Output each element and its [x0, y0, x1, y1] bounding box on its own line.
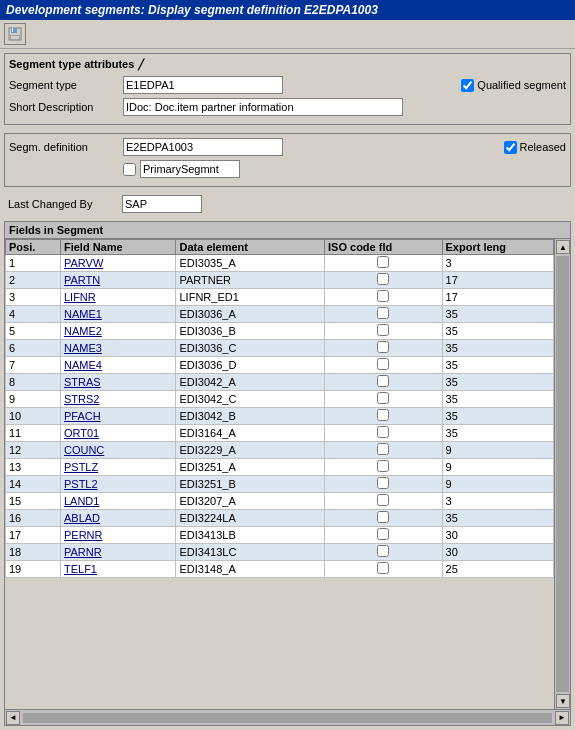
scroll-down-button[interactable]: ▼	[556, 694, 570, 708]
iso-checkbox[interactable]	[377, 341, 389, 353]
iso-checkbox[interactable]	[377, 477, 389, 489]
cell-iso	[325, 357, 443, 374]
iso-checkbox[interactable]	[377, 375, 389, 387]
table-row: 6NAME3EDI3036_C35	[6, 340, 554, 357]
table-row: 1PARVWEDI3035_A3	[6, 255, 554, 272]
cell-iso	[325, 544, 443, 561]
cell-export: 9	[442, 459, 553, 476]
short-desc-label: Short Description	[9, 101, 119, 113]
cell-data-element: EDI3413LB	[176, 527, 325, 544]
scroll-up-button[interactable]: ▲	[556, 240, 570, 254]
cell-data-element: LIFNR_ED1	[176, 289, 325, 306]
primary-segmnt-checkbox[interactable]	[123, 163, 136, 176]
cell-field-name[interactable]: TELF1	[60, 561, 176, 578]
iso-checkbox[interactable]	[377, 324, 389, 336]
cell-field-name[interactable]: ABLAD	[60, 510, 176, 527]
iso-checkbox[interactable]	[377, 443, 389, 455]
save-button[interactable]	[4, 23, 26, 45]
cell-iso	[325, 425, 443, 442]
cell-iso	[325, 561, 443, 578]
cell-data-element: PARTNER	[176, 272, 325, 289]
cell-pos: 5	[6, 323, 61, 340]
cell-field-name[interactable]: PARNR	[60, 544, 176, 561]
scroll-left-button[interactable]: ◄	[6, 711, 20, 725]
table-row: 4NAME1EDI3036_A35	[6, 306, 554, 323]
cell-data-element: EDI3042_B	[176, 408, 325, 425]
short-desc-input[interactable]	[123, 98, 403, 116]
iso-checkbox[interactable]	[377, 273, 389, 285]
cell-field-name[interactable]: PARVW	[60, 255, 176, 272]
cell-iso	[325, 408, 443, 425]
qualified-segment-checkbox[interactable]	[461, 79, 474, 92]
cell-field-name[interactable]: STRAS	[60, 374, 176, 391]
table-row: 7NAME4EDI3036_D35	[6, 357, 554, 374]
iso-checkbox[interactable]	[377, 290, 389, 302]
cell-iso	[325, 289, 443, 306]
iso-checkbox[interactable]	[377, 426, 389, 438]
iso-checkbox[interactable]	[377, 528, 389, 540]
segment-type-input[interactable]	[123, 76, 283, 94]
cell-field-name[interactable]: ORT01	[60, 425, 176, 442]
qualified-segment-label: Qualified segment	[477, 79, 566, 91]
cell-field-name[interactable]: PSTLZ	[60, 459, 176, 476]
scroll-right-button[interactable]: ►	[555, 711, 569, 725]
cell-field-name[interactable]: NAME1	[60, 306, 176, 323]
cell-field-name[interactable]: NAME3	[60, 340, 176, 357]
qualified-segment-group: Qualified segment	[461, 79, 566, 92]
iso-checkbox[interactable]	[377, 409, 389, 421]
cell-field-name[interactable]: PERNR	[60, 527, 176, 544]
cell-field-name[interactable]: COUNC	[60, 442, 176, 459]
cell-field-name[interactable]: LAND1	[60, 493, 176, 510]
cell-pos: 12	[6, 442, 61, 459]
cell-pos: 11	[6, 425, 61, 442]
cell-export: 25	[442, 561, 553, 578]
iso-checkbox[interactable]	[377, 256, 389, 268]
cell-data-element: EDI3229_A	[176, 442, 325, 459]
cell-field-name[interactable]: PFACH	[60, 408, 176, 425]
table-row: 11ORT01EDI3164_A35	[6, 425, 554, 442]
segment-definition-section: Segm. definition Released	[4, 133, 571, 187]
cell-data-element: EDI3148_A	[176, 561, 325, 578]
cell-field-name[interactable]: NAME2	[60, 323, 176, 340]
cell-field-name[interactable]: STRS2	[60, 391, 176, 408]
iso-checkbox[interactable]	[377, 307, 389, 319]
iso-checkbox[interactable]	[377, 460, 389, 472]
cell-iso	[325, 272, 443, 289]
iso-checkbox[interactable]	[377, 392, 389, 404]
cell-data-element: EDI3251_B	[176, 476, 325, 493]
cell-data-element: EDI3036_C	[176, 340, 325, 357]
released-checkbox[interactable]	[504, 141, 517, 154]
cell-iso	[325, 374, 443, 391]
cell-iso	[325, 527, 443, 544]
cell-pos: 14	[6, 476, 61, 493]
iso-checkbox[interactable]	[377, 511, 389, 523]
cell-export: 30	[442, 527, 553, 544]
cell-field-name[interactable]: NAME4	[60, 357, 176, 374]
table-scroll-area[interactable]: Posi. Field Name Data element ISO code f…	[5, 239, 554, 609]
cell-field-name[interactable]: PARTN	[60, 272, 176, 289]
iso-checkbox[interactable]	[377, 562, 389, 574]
primary-segmnt-input[interactable]	[140, 160, 240, 178]
last-changed-label: Last Changed By	[8, 198, 118, 210]
table-row: 5NAME2EDI3036_B35	[6, 323, 554, 340]
cell-pos: 6	[6, 340, 61, 357]
cell-field-name[interactable]: LIFNR	[60, 289, 176, 306]
cell-export: 35	[442, 408, 553, 425]
cell-pos: 17	[6, 527, 61, 544]
last-changed-input[interactable]	[122, 195, 202, 213]
table-row: 2PARTNPARTNER17	[6, 272, 554, 289]
iso-checkbox[interactable]	[377, 358, 389, 370]
cell-data-element: EDI3164_A	[176, 425, 325, 442]
cell-export: 35	[442, 391, 553, 408]
cell-iso	[325, 493, 443, 510]
cell-export: 17	[442, 289, 553, 306]
table-row: 17PERNREDI3413LB30	[6, 527, 554, 544]
horizontal-scrollbar[interactable]: ◄ ►	[5, 709, 570, 725]
iso-checkbox[interactable]	[377, 545, 389, 557]
short-desc-row: Short Description	[9, 98, 566, 116]
segm-def-input[interactable]	[123, 138, 283, 156]
segment-type-label: Segment type	[9, 79, 119, 91]
cell-field-name[interactable]: PSTL2	[60, 476, 176, 493]
vertical-scrollbar[interactable]: ▲ ▼	[554, 239, 570, 709]
iso-checkbox[interactable]	[377, 494, 389, 506]
